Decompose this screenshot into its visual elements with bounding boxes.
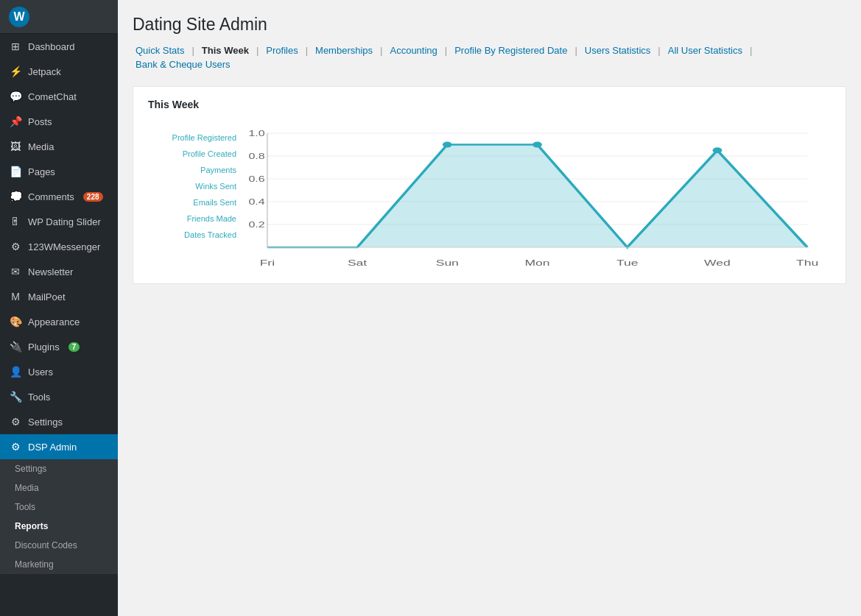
legend-item: Friends Made [148,210,236,227]
tab-quick-stats[interactable]: Quick Stats [133,43,187,57]
sidebar-item-newsletter[interactable]: ✉Newsletter [0,259,118,284]
sidebar: W ⊞Dashboard⚡Jetpack💬CometChat📌Posts🖼Med… [0,0,118,616]
legend-item: Emails Sent [148,194,236,210]
legend-item: Winks Sent [148,178,236,194]
tab-profiles[interactable]: Profiles [263,43,301,57]
svg-text:Sun: Sun [436,258,459,267]
sidebar-label-dashboard: Dashboard [28,41,75,52]
sidebar-item-jetpack[interactable]: ⚡Jetpack [0,59,118,84]
tab-users-statistics[interactable]: Users Statistics [582,43,654,57]
tab-sep-7: | [653,45,664,56]
wp-dating-slider-icon: 🎚 [9,215,22,228]
tab-sep-3: | [301,45,312,56]
chart-dot [713,147,723,153]
submenu-item-dsp-tools[interactable]: Tools [0,498,118,517]
dashboard-icon: ⊞ [9,40,22,53]
sidebar-label-cometChat: CometChat [28,91,77,102]
submenu-item-dsp-marketing[interactable]: Marketing [0,555,118,574]
legend-item: Dates Tracked [148,227,236,243]
svg-text:0.4: 0.4 [249,198,265,206]
content-area: Dating Site Admin Quick Stats|This Week|… [118,0,861,616]
svg-text:Fri: Fri [260,258,275,267]
tab-sep-1: | [187,45,198,56]
sidebar-item-posts[interactable]: 📌Posts [0,109,118,134]
tab-profile-by-registered-date[interactable]: Profile By Registered Date [451,43,570,57]
tab-bank-cheque-users[interactable]: Bank & Cheque Users [133,57,233,71]
sidebar-item-appearance[interactable]: 🎨Appearance [0,309,118,334]
submenu-item-dsp-reports[interactable]: Reports [0,517,118,536]
sidebar-item-pages[interactable]: 📄Pages [0,159,118,184]
sidebar-item-dashboard[interactable]: ⊞Dashboard [0,34,118,59]
plugins-badge: 7 [68,342,80,352]
sidebar-item-tools[interactable]: 🔧Tools [0,384,118,409]
sidebar-label-newsletter: Newsletter [28,266,73,277]
sidebar-item-123wmessenger[interactable]: ⚙123WMessenger [0,234,118,259]
sidebar-label-appearance: Appearance [28,316,80,328]
sidebar-label-comments: Comments [28,191,74,202]
tab-memberships[interactable]: Memberships [312,43,376,57]
svg-text:Thu: Thu [796,258,818,267]
sidebar-label-jetpack: Jetpack [28,66,61,77]
sidebar-label-plugins: Plugins [28,341,60,353]
legend-item: Payments [148,162,236,178]
tab-navigation: Quick Stats|This Week|Profiles|Membershi… [133,43,846,71]
svg-text:Mon: Mon [524,258,549,267]
tab-sep-6: | [570,45,581,56]
svg-text:Sat: Sat [348,258,367,267]
sidebar-item-wp-dating-slider[interactable]: 🎚WP Dating Slider [0,209,118,234]
tab-sep-4: | [376,45,387,56]
sidebar-label-tools: Tools [28,392,50,403]
sidebar-item-plugins[interactable]: 🔌Plugins7 [0,334,118,359]
users-icon: 👤 [9,365,22,378]
sidebar-item-media[interactable]: 🖼Media [0,134,118,159]
cometChat-icon: 💬 [9,90,22,103]
sidebar-label-settings: Settings [28,417,63,428]
legend-item: Profile Registered [148,130,236,146]
svg-text:Tue: Tue [616,258,639,267]
sidebar-label-mailpoet: MailPoet [28,291,66,302]
jetpack-icon: ⚡ [9,65,22,78]
sidebar-nav: ⊞Dashboard⚡Jetpack💬CometChat📌Posts🖼Media… [0,34,118,459]
tab-sep-2: | [252,45,263,56]
sidebar-logo: W [0,0,118,34]
chart-area: 1.00.80.60.40.2FriSatSunMonTueWedThu [244,122,831,272]
svg-text:0.2: 0.2 [249,221,265,229]
submenu-item-dsp-settings[interactable]: Settings [0,459,118,478]
tab-accounting[interactable]: Accounting [387,43,440,57]
legend-item: Profile Created [148,146,236,162]
appearance-icon: 🎨 [9,315,22,328]
chart-title: This Week [148,99,831,110]
mailpoet-icon: M [9,290,22,303]
sidebar-item-users[interactable]: 👤Users [0,359,118,384]
chart-legend: Profile RegisteredProfile CreatedPayment… [148,122,236,243]
submenu-item-dsp-media[interactable]: Media [0,478,118,498]
sidebar-item-settings[interactable]: ⚙Settings [0,409,118,434]
sidebar-label-posts: Posts [28,116,52,127]
posts-icon: 📌 [9,115,22,128]
sidebar-item-mailpoet[interactable]: MMailPoet [0,284,118,309]
line-chart-svg: 1.00.80.60.40.2FriSatSunMonTueWedThu [244,122,831,269]
tab-sep-5: | [440,45,451,56]
submenu-item-dsp-discount-codes[interactable]: Discount Codes [0,536,118,555]
sidebar-item-cometChat[interactable]: 💬CometChat [0,84,118,109]
media-icon: 🖼 [9,140,22,153]
svg-text:1.0: 1.0 [249,130,265,138]
sidebar-label-media: Media [28,141,54,152]
settings-icon: ⚙ [9,415,22,428]
chart-dot [533,142,542,148]
sidebar-label-wp-dating-slider: WP Dating Slider [28,216,101,227]
plugins-icon: 🔌 [9,340,22,353]
comments-icon: 💭 [9,190,22,203]
sidebar-label-pages: Pages [28,166,55,177]
tab-all-user-statistics[interactable]: All User Statistics [665,43,745,57]
tab-this-week[interactable]: This Week [199,43,252,57]
page-title: Dating Site Admin [133,15,846,35]
wordpress-logo-icon: W [9,7,29,27]
sidebar-item-comments[interactable]: 💭Comments228 [0,184,118,209]
main-content: Dating Site Admin Quick Stats|This Week|… [118,0,861,616]
svg-text:Wed: Wed [704,258,731,267]
this-week-card: This Week Profile RegisteredProfile Crea… [133,86,846,284]
sidebar-label-123wmessenger: 123WMessenger [28,241,100,252]
comments-badge: 228 [83,192,103,202]
sidebar-item-dsp-admin[interactable]: ⚙DSP Admin [0,434,118,459]
